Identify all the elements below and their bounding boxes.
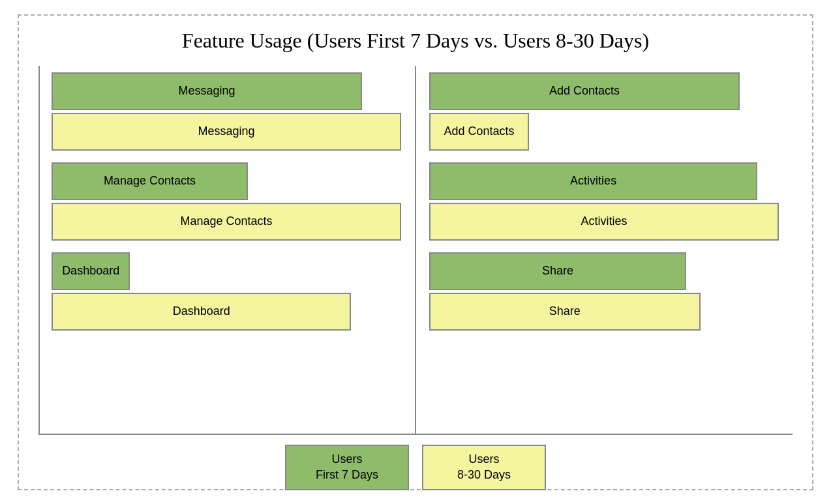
bar-dashboard-green-left: Dashboard: [52, 252, 130, 290]
bar-add-contacts-green-right: Add Contacts: [429, 72, 740, 110]
bar-activities-yellow-right: Activities: [429, 203, 779, 241]
bar-add-contacts-yellow-right: Add Contacts: [429, 113, 529, 151]
chart-body: Messaging Messaging Manage Contacts Mana…: [38, 66, 793, 435]
bar-dashboard-yellow-left: Dashboard: [52, 293, 351, 331]
feature-group-activities-right: Activities Activities: [423, 162, 779, 241]
bar-manage-contacts-green-left: Manage Contacts: [52, 162, 248, 200]
bar-manage-contacts-yellow-left: Manage Contacts: [52, 203, 401, 241]
bar-share-yellow-right: Share: [429, 293, 701, 331]
legend-label-8to30days: Users8-30 Days: [457, 452, 511, 482]
feature-group-manage-contacts-left: Manage Contacts Manage Contacts: [45, 162, 402, 241]
bar-share-green-right: Share: [429, 252, 686, 290]
bar-messaging-green-left: Messaging: [52, 72, 362, 110]
feature-group-share-right: Share Share: [423, 252, 779, 331]
legend-item-8to30days: Users8-30 Days: [422, 445, 546, 490]
chart-title: Feature Usage (Users First 7 Days vs. Us…: [38, 29, 793, 53]
feature-group-add-contacts-right: Add Contacts Add Contacts: [423, 72, 779, 151]
left-panel: Messaging Messaging Manage Contacts Mana…: [38, 66, 415, 435]
feature-group-dashboard-left: Dashboard Dashboard: [45, 252, 402, 331]
bar-activities-green-right: Activities: [429, 162, 757, 200]
legend-area: UsersFirst 7 Days Users8-30 Days: [38, 441, 793, 494]
legend-item-first7days: UsersFirst 7 Days: [285, 445, 409, 490]
right-panel: Add Contacts Add Contacts Activities Act…: [416, 66, 793, 435]
bar-messaging-yellow-left: Messaging: [52, 113, 401, 151]
legend-label-first7days: UsersFirst 7 Days: [316, 452, 378, 482]
chart-container: Feature Usage (Users First 7 Days vs. Us…: [18, 14, 813, 490]
feature-group-messaging-left: Messaging Messaging: [45, 72, 402, 151]
